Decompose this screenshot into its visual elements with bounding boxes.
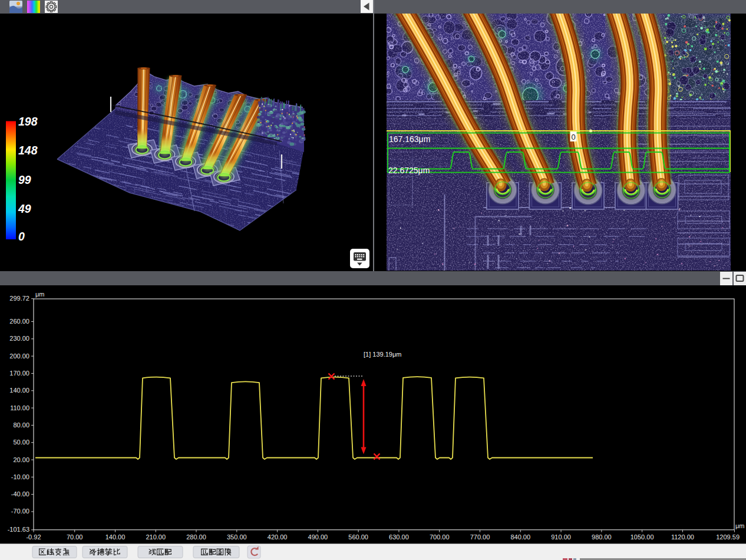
svg-text:630.00: 630.00 xyxy=(389,533,409,541)
svg-text:-10.00: -10.00 xyxy=(11,473,29,480)
svg-text:50.00: 50.00 xyxy=(13,439,29,446)
svg-text:0: 0 xyxy=(18,230,25,243)
svg-text:170.00: 170.00 xyxy=(9,370,29,377)
svg-text:700.00: 700.00 xyxy=(430,533,450,541)
svg-text:1209.59: 1209.59 xyxy=(716,533,740,541)
svg-text:198: 198 xyxy=(18,115,38,128)
svg-text:1050.00: 1050.00 xyxy=(631,533,654,541)
svg-text:μm: μm xyxy=(735,522,745,529)
svg-text:910.00: 910.00 xyxy=(551,533,571,541)
svg-text:70.00: 70.00 xyxy=(67,533,83,541)
svg-text:148: 148 xyxy=(18,144,38,157)
svg-text:20.00: 20.00 xyxy=(13,456,29,463)
svg-text:49: 49 xyxy=(18,202,31,215)
svg-text:80.00: 80.00 xyxy=(13,421,29,429)
svg-text:260.00: 260.00 xyxy=(9,318,29,325)
svg-text:350.00: 350.00 xyxy=(227,533,247,541)
svg-text:[1] 139.19μm: [1] 139.19μm xyxy=(364,351,401,358)
svg-text:299.72: 299.72 xyxy=(9,295,29,302)
svg-text:-40.00: -40.00 xyxy=(11,490,29,498)
svg-text:140.00: 140.00 xyxy=(105,533,126,541)
svg-text:420.00: 420.00 xyxy=(268,533,288,541)
svg-text:840.00: 840.00 xyxy=(510,533,530,541)
svg-text:770.00: 770.00 xyxy=(470,533,490,541)
svg-text:280.00: 280.00 xyxy=(186,533,206,541)
svg-text:140.00: 140.00 xyxy=(9,387,29,394)
svg-text:-101.63: -101.63 xyxy=(8,526,29,533)
svg-text:110.00: 110.00 xyxy=(10,404,29,411)
svg-text:μm: μm xyxy=(35,291,45,298)
svg-text:490.00: 490.00 xyxy=(308,533,328,541)
svg-text:99: 99 xyxy=(18,173,31,186)
svg-text:560.00: 560.00 xyxy=(348,533,368,541)
svg-text:980.00: 980.00 xyxy=(592,533,612,541)
svg-text:210.00: 210.00 xyxy=(146,533,166,541)
svg-text:230.00: 230.00 xyxy=(9,335,29,342)
svg-text:-0.92: -0.92 xyxy=(26,533,41,541)
svg-text:167.163μm: 167.163μm xyxy=(389,134,430,144)
svg-text:200.00: 200.00 xyxy=(9,353,29,360)
svg-text:22.6725μm: 22.6725μm xyxy=(388,166,430,175)
svg-text:-70.00: -70.00 xyxy=(11,508,29,515)
svg-text:0: 0 xyxy=(571,133,575,141)
svg-text:1120.00: 1120.00 xyxy=(671,533,694,541)
